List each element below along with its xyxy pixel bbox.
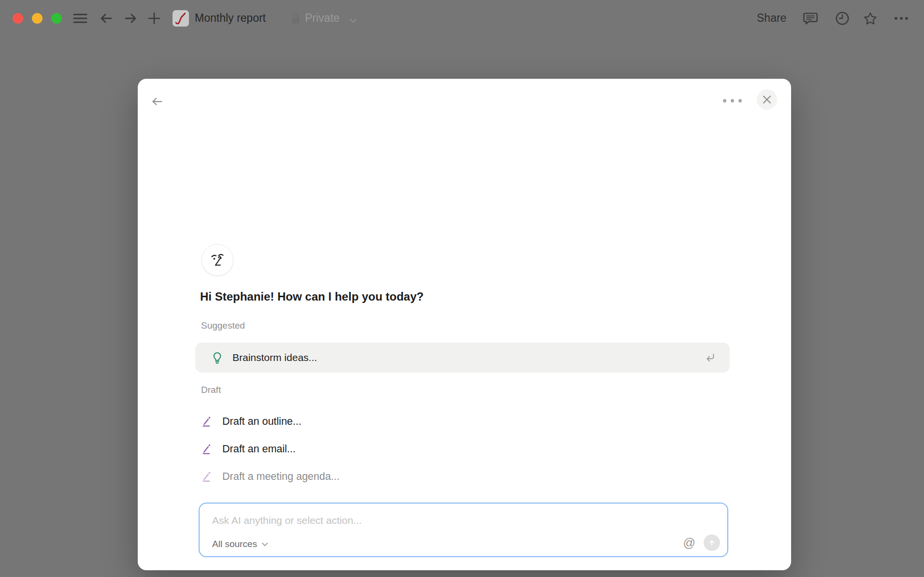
chevron-down-icon[interactable] (349, 16, 357, 25)
page-chart-icon (173, 10, 189, 27)
action-label: Draft an email... (222, 443, 296, 455)
window-zoom-button[interactable] (51, 13, 62, 24)
suggestion-brainstorm-ideas[interactable]: Brainstorm ideas... (195, 343, 730, 373)
action-draft-an-outline[interactable]: Draft an outline... (195, 411, 534, 432)
page-title[interactable]: Monthly report (195, 12, 266, 25)
window-minimize-button[interactable] (32, 13, 43, 24)
action-draft-an-email[interactable]: Draft an email... (195, 438, 534, 460)
source-selector-label: All sources (212, 539, 257, 549)
top-bar: Monthly report Private Share (0, 0, 924, 37)
sidebar-menu-icon[interactable] (72, 11, 88, 26)
ai-prompt-composer: All sources @ (199, 503, 728, 557)
back-arrow-icon[interactable] (99, 11, 114, 26)
suggestion-label: Brainstorm ideas... (232, 352, 317, 363)
app-window: Monthly report Private Share (0, 0, 924, 577)
ai-assistant-modal: Hi Stephanie! How can I help you today? … (138, 79, 791, 570)
ask-ai-input[interactable] (212, 512, 579, 529)
action-draft-a-meeting-agenda[interactable]: Draft a meeting agenda... (195, 466, 534, 487)
action-label: Draft an outline... (222, 416, 302, 428)
lightbulb-icon (211, 350, 224, 365)
source-selector[interactable]: All sources (212, 539, 268, 549)
pencil-icon (201, 471, 213, 483)
ai-face-avatar (202, 244, 233, 276)
modal-back-arrow-icon[interactable] (149, 94, 165, 109)
privacy-status[interactable]: Private (305, 12, 340, 25)
modal-more-options-icon[interactable] (723, 99, 742, 102)
favorite-star-icon[interactable] (863, 11, 878, 26)
action-label: Draft a meeting agenda... (222, 471, 340, 483)
enter-return-icon (703, 351, 717, 364)
new-page-plus-icon[interactable] (146, 11, 162, 26)
pencil-icon (201, 416, 213, 428)
forward-arrow-icon[interactable] (123, 11, 138, 26)
window-close-button[interactable] (13, 13, 23, 24)
share-button[interactable]: Share (757, 12, 786, 25)
comments-icon[interactable] (803, 11, 818, 26)
send-button[interactable] (704, 534, 720, 551)
more-options-icon[interactable] (894, 11, 909, 26)
ai-greeting: Hi Stephanie! How can I help you today? (200, 290, 424, 303)
lock-icon (290, 13, 302, 27)
mention-at-button[interactable]: @ (683, 536, 695, 550)
chevron-down-icon (261, 542, 268, 547)
pencil-icon (201, 443, 213, 455)
suggested-section-label: Suggested (201, 320, 245, 331)
draft-section-label: Draft (201, 385, 221, 395)
up-arrow-icon (707, 538, 717, 548)
close-icon[interactable] (757, 89, 777, 110)
history-clock-icon[interactable] (835, 11, 850, 26)
